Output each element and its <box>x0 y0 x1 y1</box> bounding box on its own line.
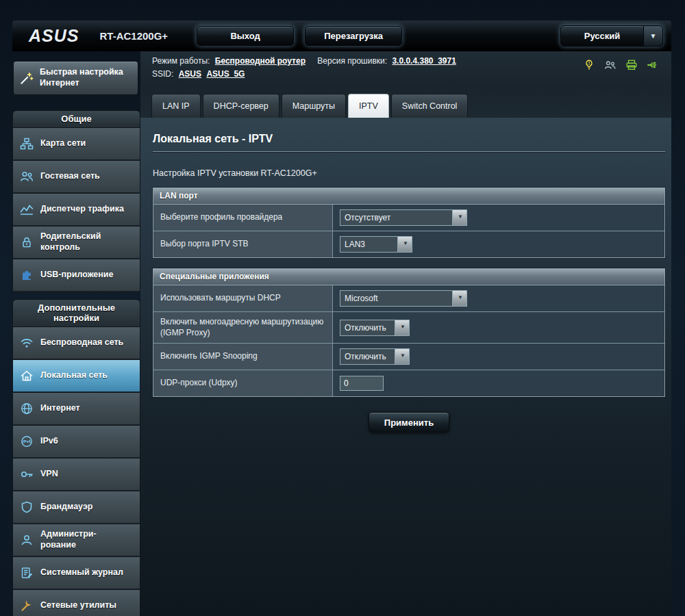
lan-icon <box>13 369 40 383</box>
main-frame: Быстрая настройка Интернет ОбщиеКарта се… <box>12 51 671 616</box>
sidebar-item-wireless[interactable]: Беспроводная сеть <box>12 327 140 360</box>
language-dropdown[interactable]: Русский ▼ <box>560 25 663 47</box>
settings-row: Включить IGMP SnoopingОтключить <box>153 344 664 370</box>
network-map-icon <box>13 137 40 151</box>
field-label: Использовать маршруты DHCP <box>153 285 333 311</box>
operation-mode-label: Режим работы: <box>152 56 210 66</box>
firmware-notice-bulb-icon[interactable]: ! <box>583 59 595 71</box>
field-value: Отсутствует <box>333 205 664 231</box>
firmware-version-link[interactable]: 3.0.0.4.380_3971 <box>392 56 456 66</box>
igmp-snooping-select[interactable]: Отключить <box>340 348 410 365</box>
sidebar-item-label: Беспроводная сеть <box>40 337 123 348</box>
field-value <box>333 370 664 396</box>
internet-icon <box>13 402 40 415</box>
sidebar-section: Дополнительные настройкиБеспроводная сет… <box>12 299 140 616</box>
iptv-stb-port-select[interactable]: LAN3 <box>340 236 412 253</box>
sidebar-item-label: Локальная сеть <box>40 370 108 381</box>
logout-button[interactable]: Выход <box>197 26 294 46</box>
asus-logo: ASUS <box>29 26 79 46</box>
sidebar-item-network-tools[interactable]: Сетевые утилиты <box>12 590 140 616</box>
traffic-manager-icon <box>13 203 40 216</box>
sidebar-item-label: IPv6 <box>40 436 58 447</box>
operation-mode-link[interactable]: Беспроводной роутер <box>215 56 306 66</box>
field-label: Включить IGMP Snooping <box>153 344 333 370</box>
sidebar-item-label: Сетевые утилиты <box>40 600 116 611</box>
apply-button[interactable]: Применить <box>369 412 449 433</box>
language-label: Русский <box>561 31 643 41</box>
field-value: Microsoft <box>333 285 664 311</box>
svg-text:!: ! <box>588 61 590 66</box>
ssid-2g-link[interactable]: ASUS <box>179 69 201 79</box>
sidebar-item-quick-internet-setup[interactable]: Быстрая настройка Интернет <box>13 61 138 95</box>
system-log-icon <box>13 566 40 580</box>
section-header: Специальные приложения <box>153 269 664 285</box>
clients-icon[interactable] <box>604 59 616 71</box>
sidebar-item-label: USB-приложение <box>40 270 114 281</box>
dhcp-routes-select[interactable]: Microsoft <box>340 290 467 307</box>
sidebar-item-ipv6[interactable]: IPv6IPv6 <box>12 426 140 459</box>
settings-row: Выбор порта IPTV STBLAN3 <box>153 231 664 257</box>
administration-icon <box>13 533 40 547</box>
sidebar-item-label: Системный журнал <box>40 567 123 578</box>
udp-proxy-input[interactable] <box>340 376 384 391</box>
field-value: Отключить <box>333 312 664 343</box>
chevron-down-icon: ▼ <box>643 26 662 46</box>
svg-text:IPv6: IPv6 <box>23 439 31 444</box>
settings-form: LAN портВыберите профиль провайдераОтсут… <box>153 188 665 397</box>
sidebar-item-firewall[interactable]: Брандмауэр <box>12 491 140 524</box>
sidebar-item-system-log[interactable]: Системный журнал <box>12 557 140 590</box>
tab-iptv[interactable]: IPTV <box>348 94 389 118</box>
settings-section: Специальные приложенияИспользовать маршр… <box>153 268 665 397</box>
sidebar-item-label: VPN <box>40 469 58 480</box>
sidebar-item-usb-application[interactable]: USB-приложение <box>12 259 140 292</box>
sidebar-item-label: Гостевая сеть <box>40 171 100 182</box>
reboot-button[interactable]: Перезагрузка <box>305 26 402 46</box>
status-bar: Режим работы: Беспроводной роутер Версия… <box>140 51 671 86</box>
settings-row: UDP-прокси (Udpxy) <box>153 370 664 396</box>
sidebar-item-label: Карта сети <box>40 138 86 149</box>
sidebar-section: ОбщиеКарта сетиГостевая сетьДиспетчер тр… <box>12 110 140 292</box>
sidebar-item-label: Родительский контроль <box>40 231 124 253</box>
sidebar-item-label: Администри-рование <box>40 529 124 550</box>
sidebar-item-guest-network[interactable]: Гостевая сеть <box>12 161 140 194</box>
sidebar-item-label: Брандмауэр <box>40 502 92 513</box>
top-bar: ASUS RT-AC1200G+ Выход Перезагрузка Русс… <box>12 21 671 51</box>
sidebar-item-wan[interactable]: Интернет <box>12 393 140 426</box>
settings-row: Выберите профиль провайдераОтсутствует <box>153 205 664 231</box>
usb-app-icon <box>13 268 40 282</box>
sidebar-item-vpn[interactable]: VPN <box>12 459 140 491</box>
wireless-icon <box>13 336 40 350</box>
tab-lan-ip[interactable]: LAN IP <box>151 94 201 118</box>
sidebar-item-lan[interactable]: Локальная сеть <box>12 360 140 393</box>
usb-device-icon[interactable] <box>647 59 659 71</box>
tab-routes[interactable]: Маршруты <box>282 94 346 118</box>
sidebar-item-parental-control[interactable]: Родительский контроль <box>12 227 140 259</box>
router-model: RT-AC1200G+ <box>99 30 168 42</box>
field-label: Выбор порта IPTV STB <box>153 231 333 257</box>
sidebar-item-label: Интернет <box>40 403 80 414</box>
ssid-5g-link[interactable]: ASUS_5G <box>206 69 245 79</box>
sidebar-section-title: Дополнительные настройки <box>12 299 140 327</box>
isp-profile-select[interactable]: Отсутствует <box>340 209 467 226</box>
settings-row: Включить многоадресную маршрутизацию (IG… <box>153 312 664 344</box>
sidebar-item-administration[interactable]: Администри-рование <box>12 524 140 557</box>
sidebar-item-traffic-manager[interactable]: Диспетчер трафика <box>12 194 140 227</box>
sidebar-item-network-map[interactable]: Карта сети <box>12 128 140 161</box>
content-panel: Локальная сеть - IPTV Настройка IPTV уст… <box>140 118 671 616</box>
network-tools-icon <box>13 599 40 613</box>
ipv6-icon: IPv6 <box>13 435 40 448</box>
firmware-label: Версия прошивки: <box>317 56 387 66</box>
settings-row: Использовать маршруты DHCPMicrosoft <box>153 285 664 312</box>
page-description: Настройка IPTV установки RT-AC1200G+ <box>153 168 665 178</box>
printer-icon[interactable] <box>625 59 638 71</box>
tab-switch-control[interactable]: Switch Control <box>391 94 469 118</box>
tab-dhcp-server[interactable]: DHCP-сервер <box>203 94 279 118</box>
igmp-proxy-select[interactable]: Отключить <box>340 320 410 336</box>
router-admin-app: ASUS RT-AC1200G+ Выход Перезагрузка Русс… <box>12 21 671 616</box>
field-label: Включить многоадресную маршрутизацию (IG… <box>153 312 333 343</box>
status-icons: ! <box>583 59 659 71</box>
sidebar: Быстрая настройка Интернет ОбщиеКарта се… <box>12 51 140 616</box>
ssid-label: SSID: <box>152 69 173 79</box>
sidebar-item-label: Диспетчер трафика <box>40 204 124 215</box>
field-label: UDP-прокси (Udpxy) <box>153 370 333 396</box>
